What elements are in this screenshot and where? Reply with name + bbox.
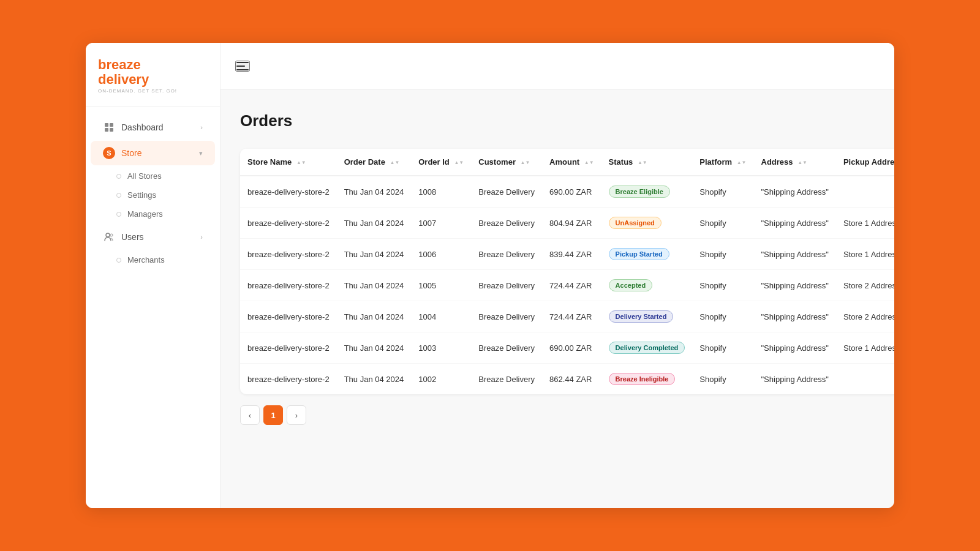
sidebar-logo: breaze delivery ON-DEMAND. GET SET. GO! (86, 43, 220, 107)
cell-store-name: breaze-delivery-store-2 (240, 176, 337, 208)
svg-rect-0 (105, 123, 108, 127)
cell-order-date: Thu Jan 04 2024 (337, 176, 412, 208)
cell-order-id: 1003 (411, 332, 471, 364)
cell-amount: 724.44 ZAR (542, 301, 601, 332)
status-badge: Breaze Eligible (609, 186, 670, 198)
cell-platform: Shopify (692, 301, 753, 332)
sidebar-item-dashboard-label: Dashboard (121, 122, 164, 132)
status-badge: Delivery Started (609, 310, 674, 323)
cell-amount: 690.00 ZAR (542, 176, 601, 208)
col-amount: Amount ▲▼ (542, 149, 601, 176)
cell-store-name: breaze-delivery-store-2 (240, 332, 337, 364)
cell-order-id: 1007 (411, 208, 471, 239)
table-row: breaze-delivery-store-2 Thu Jan 04 2024 … (240, 239, 894, 270)
sidebar-nav: Dashboard › S Store ▾ All Stores Setting… (86, 107, 220, 277)
pagination-next-button[interactable]: › (287, 405, 306, 425)
status-badge: Delivery Completed (609, 342, 685, 354)
cell-platform: Shopify (692, 364, 753, 395)
cell-pickup-address (836, 176, 894, 208)
table-row: breaze-delivery-store-2 Thu Jan 04 2024 … (240, 270, 894, 301)
app-container: breaze delivery ON-DEMAND. GET SET. GO! … (86, 43, 894, 508)
cell-status: Pickup Started (601, 239, 693, 270)
cell-store-name: breaze-delivery-store-2 (240, 208, 337, 239)
sidebar-item-users[interactable]: Users › (91, 225, 215, 249)
cell-amount: 724.44 ZAR (542, 270, 601, 301)
sidebar-item-users-label: Users (121, 232, 144, 242)
cell-order-date: Thu Jan 04 2024 (337, 239, 412, 270)
users-icon (103, 231, 115, 243)
cell-platform: Shopify (692, 239, 753, 270)
sidebar-item-settings[interactable]: Settings (104, 186, 220, 204)
table-row: breaze-delivery-store-2 Thu Jan 04 2024 … (240, 176, 894, 208)
cell-customer: Breaze Delivery (471, 208, 542, 239)
pagination-page-1-button[interactable]: 1 (263, 405, 283, 425)
cell-customer: Breaze Delivery (471, 301, 542, 332)
orders-table-container: Store Name ▲▼ Order Date ▲▼ Order Id ▲▼ … (240, 149, 894, 394)
svg-point-5 (110, 234, 113, 236)
cell-platform: Shopify (692, 332, 753, 364)
svg-rect-1 (110, 123, 113, 127)
cell-customer: Breaze Delivery (471, 270, 542, 301)
page-title: Orders (240, 111, 292, 130)
cell-store-name: breaze-delivery-store-2 (240, 239, 337, 270)
cell-address: "Shipping Address" (754, 270, 836, 301)
status-badge: Accepted (609, 279, 653, 291)
cell-status: UnAssigned (601, 208, 693, 239)
cell-platform: Shopify (692, 208, 753, 239)
table-row: breaze-delivery-store-2 Thu Jan 04 2024 … (240, 364, 894, 395)
cell-platform: Shopify (692, 270, 753, 301)
status-badge: Pickup Started (609, 248, 669, 260)
table-row: breaze-delivery-store-2 Thu Jan 04 2024 … (240, 208, 894, 239)
all-stores-dot (116, 174, 121, 179)
cell-status: Breaze Ineligible (601, 364, 693, 395)
cell-address: "Shipping Address" (754, 239, 836, 270)
cell-amount: 804.94 ZAR (542, 208, 601, 239)
cell-address: "Shipping Address" (754, 332, 836, 364)
orders-table: Store Name ▲▼ Order Date ▲▼ Order Id ▲▼ … (240, 149, 894, 394)
hamburger-menu-button[interactable] (235, 61, 250, 72)
cell-order-id: 1008 (411, 176, 471, 208)
cell-customer: Breaze Delivery (471, 332, 542, 364)
cell-store-name: breaze-delivery-store-2 (240, 301, 337, 332)
pagination-prev-button[interactable]: ‹ (240, 405, 260, 425)
cell-pickup-address: Store 2 Address (836, 270, 894, 301)
cell-order-date: Thu Jan 04 2024 (337, 208, 412, 239)
sidebar-item-dashboard[interactable]: Dashboard › (91, 115, 215, 140)
cell-order-id: 1006 (411, 239, 471, 270)
cell-order-date: Thu Jan 04 2024 (337, 301, 412, 332)
svg-rect-2 (105, 128, 108, 132)
cell-amount: 862.44 ZAR (542, 364, 601, 395)
cell-amount: 839.44 ZAR (542, 239, 601, 270)
dashboard-icon (103, 121, 115, 133)
users-arrow: › (200, 233, 203, 241)
store-arrow: ▾ (199, 149, 203, 157)
settings-dot (116, 193, 121, 198)
content-area: Orders ↻ Select Batch Action Create Orde… (221, 90, 894, 508)
topbar: BD (221, 43, 894, 90)
orders-tbody: breaze-delivery-store-2 Thu Jan 04 2024 … (240, 176, 894, 394)
page-header: Orders ↻ Select Batch Action Create Orde… (240, 107, 894, 134)
managers-dot (116, 212, 121, 217)
cell-order-date: Thu Jan 04 2024 (337, 364, 412, 395)
cell-customer: Breaze Delivery (471, 176, 542, 208)
cell-store-name: breaze-delivery-store-2 (240, 270, 337, 301)
col-order-date: Order Date ▲▼ (337, 149, 412, 176)
cell-order-date: Thu Jan 04 2024 (337, 332, 412, 364)
cell-pickup-address: Store 1 Address (836, 208, 894, 239)
col-pickup-address: Pickup Address (836, 149, 894, 176)
cell-amount: 690.00 ZAR (542, 332, 601, 364)
sidebar-item-merchants[interactable]: Merchants (104, 250, 220, 269)
sidebar-item-store[interactable]: S Store ▾ (91, 141, 215, 165)
cell-pickup-address: Store 2 Address (836, 301, 894, 332)
sidebar-item-managers[interactable]: Managers (104, 204, 220, 223)
sidebar-item-all-stores[interactable]: All Stores (104, 167, 220, 186)
main-content: BD Orders ↻ Select Batch Action Create O… (221, 43, 894, 508)
table-row: breaze-delivery-store-2 Thu Jan 04 2024 … (240, 301, 894, 332)
sidebar: breaze delivery ON-DEMAND. GET SET. GO! … (86, 43, 221, 508)
cell-status: Breaze Eligible (601, 176, 693, 208)
logo: breaze delivery (98, 58, 208, 87)
cell-customer: Breaze Delivery (471, 239, 542, 270)
cell-address: "Shipping Address" (754, 301, 836, 332)
cell-status: Delivery Completed (601, 332, 693, 364)
cell-customer: Breaze Delivery (471, 364, 542, 395)
